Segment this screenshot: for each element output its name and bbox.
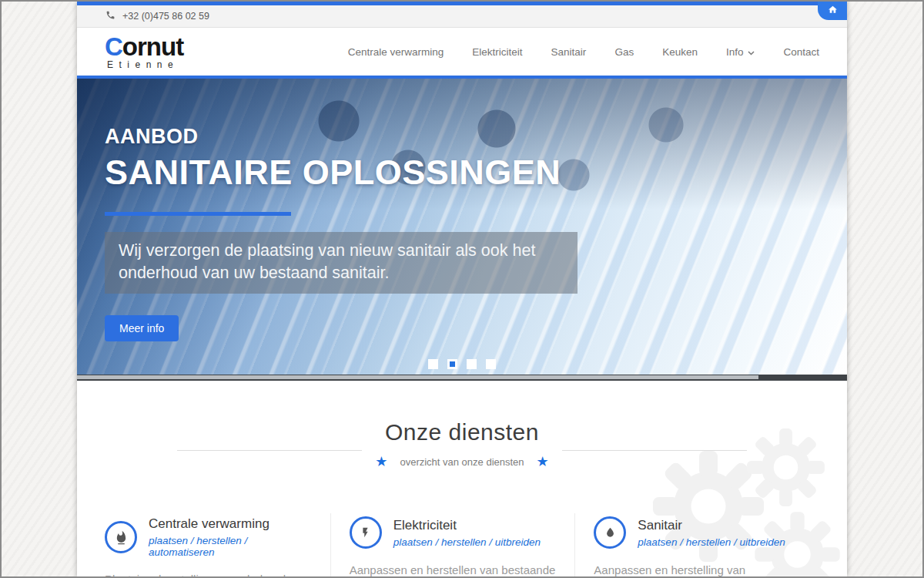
service-title: Centrale verwarming <box>149 516 312 532</box>
phone-icon <box>105 10 116 22</box>
hero-slider: AANBOD SANITAIRE OPLOSSINGEN Wij verzorg… <box>77 79 847 375</box>
topbar: +32 (0)475 86 02 59 <box>77 5 847 28</box>
star-icon: ★ <box>537 455 549 469</box>
services-columns: Centrale verwarming plaatsen / herstelle… <box>105 513 819 578</box>
star-icon: ★ <box>375 455 387 469</box>
hero-title: SANITAIRE OPLOSSINGEN <box>105 153 847 193</box>
logo-name: Cornut <box>105 34 183 59</box>
website-page: +32 (0)475 86 02 59 Cornut Etienne Centr… <box>77 2 847 576</box>
slider-dot[interactable] <box>486 359 496 369</box>
service-sanitair: Sanitair plaatsen / herstellen / uitbrei… <box>574 513 819 578</box>
service-tags: plaatsen / herstellen / uitbreiden <box>638 536 785 548</box>
hero-kicker: AANBOD <box>105 125 847 149</box>
hero-divider <box>105 212 291 216</box>
slider-dot[interactable] <box>467 359 477 369</box>
services-header: Onze diensten ★ overzicht van onze diens… <box>77 381 847 469</box>
slider-dot[interactable] <box>428 359 438 369</box>
logo-tagline: Etienne <box>105 60 183 69</box>
service-elektriciteit: Elektriciteit plaatsen / herstellen / ui… <box>330 513 575 578</box>
flame-icon <box>105 521 137 553</box>
slider-dots <box>428 359 496 369</box>
desktop-background: +32 (0)475 86 02 59 Cornut Etienne Centr… <box>0 0 924 578</box>
scrollbar-thumb[interactable] <box>77 375 758 379</box>
phone-number[interactable]: +32 (0)475 86 02 59 <box>122 11 209 22</box>
logo-name-rest: ornut <box>122 32 183 61</box>
hero-slide-content: AANBOD SANITAIRE OPLOSSINGEN Wij verzorg… <box>77 79 847 341</box>
home-icon <box>828 4 838 18</box>
nav-item-info[interactable]: Info <box>726 46 755 58</box>
heading-divider-left <box>177 450 362 451</box>
service-description: Aanpassen en herstelling van bestaande e… <box>594 562 801 578</box>
service-tags: plaatsen / herstellen / uitbreiden <box>393 536 541 548</box>
logo[interactable]: Cornut Etienne <box>105 34 183 69</box>
service-description: Aanpassen en herstellen van bestaande en <box>350 562 557 578</box>
hero-description: Wij verzorgen de plaatsing van nieuw san… <box>105 232 578 294</box>
bolt-icon <box>350 516 382 549</box>
nav-item-keuken[interactable]: Keuken <box>662 46 698 58</box>
heading-divider-right <box>562 450 747 451</box>
service-tags: plaatsen / herstellen / automatiseren <box>149 535 312 558</box>
service-title: Elektriciteit <box>393 518 541 533</box>
service-title: Sanitair <box>638 518 785 533</box>
nav-item-elektriciteit[interactable]: Elektriciteit <box>472 46 522 58</box>
meer-info-button[interactable]: Meer info <box>105 315 179 341</box>
home-button[interactable] <box>818 2 847 20</box>
services-section: Onze diensten ★ overzicht van onze diens… <box>77 381 847 578</box>
site-header: Cornut Etienne Centrale verwarming Elekt… <box>77 28 847 79</box>
slider-dot[interactable] <box>447 359 457 369</box>
nav-item-sanitair[interactable]: Sanitair <box>551 46 587 58</box>
chevron-down-icon <box>748 46 755 58</box>
services-subheading: overzicht van onze diensten <box>400 456 524 468</box>
drop-icon <box>594 516 626 549</box>
service-description: Plaatsing, herstelling en onderhoud van <box>105 571 312 578</box>
nav-item-gas[interactable]: Gas <box>614 46 634 58</box>
nav-item-centrale-verwarming[interactable]: Centrale verwarming <box>348 46 444 58</box>
horizontal-scrollbar[interactable] <box>77 375 847 381</box>
service-centrale-verwarming: Centrale verwarming plaatsen / herstelle… <box>105 513 330 578</box>
main-nav: Centrale verwarming Elektriciteit Sanita… <box>348 46 819 58</box>
nav-item-contact[interactable]: Contact <box>783 46 819 58</box>
logo-accent-letter: C <box>105 32 122 61</box>
services-heading: Onze diensten <box>77 419 847 445</box>
